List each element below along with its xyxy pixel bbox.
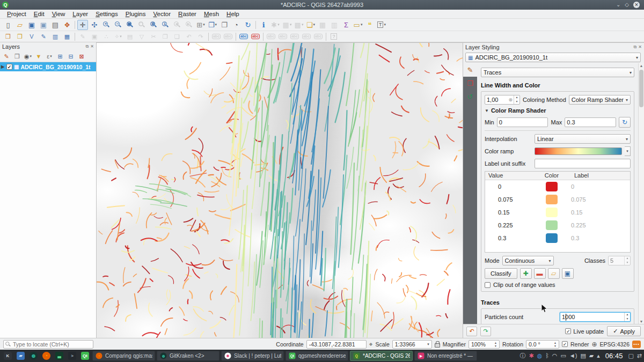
color-swatch[interactable] <box>546 195 558 204</box>
color-map-table[interactable]: Value Color Label 000.0750.0750.150.150.… <box>485 171 631 253</box>
statistical-summary-icon[interactable]: Σ <box>341 20 352 30</box>
task-firefox[interactable]: ◔Comparing qgis:mast... <box>92 351 155 361</box>
classify-button[interactable]: Classify <box>485 268 517 279</box>
measure-icon[interactable]: ▭▾ <box>353 20 363 30</box>
temporal-controller-icon[interactable]: ◔ <box>231 20 241 30</box>
render-checkbox[interactable]: ✓ <box>562 341 568 347</box>
color-ramp-dropdown-icon[interactable]: ▾ <box>625 146 631 156</box>
symbology-tab[interactable]: ✎ <box>463 63 477 77</box>
particles-count-input[interactable]: 1000 ▲▼ <box>560 312 631 322</box>
menu-settings[interactable]: Settings <box>92 10 122 18</box>
locator-search[interactable] <box>3 340 93 349</box>
color-map-row[interactable]: 0.2250.225 <box>485 219 630 232</box>
new-geojson-layer-icon[interactable]: ✎ <box>38 32 49 42</box>
magnifier-input[interactable]: 100% ▲▼ <box>469 340 500 349</box>
kde-menu-icon[interactable]: K <box>2 351 13 361</box>
task-qgis[interactable]: Q*ADCIRC - QGIS 26427... <box>350 351 413 361</box>
notifications-icon[interactable]: ⓘ <box>519 353 525 359</box>
spin-down-icon[interactable]: ▼ <box>514 100 519 104</box>
bluetooth-icon[interactable]: ᛒ <box>545 353 549 359</box>
remove-value-button[interactable]: ▬ <box>534 268 546 279</box>
task-qtcreator[interactable]: Qtqgsmeshrenderersetti... <box>286 351 348 361</box>
coloring-method-select[interactable]: Color Ramp Shader ▾ <box>569 95 631 105</box>
classes-input[interactable]: 5 ▲▼ <box>608 256 631 265</box>
scrollbar-thumb[interactable] <box>639 70 643 107</box>
label-unit-suffix-input[interactable] <box>535 159 631 168</box>
3d-symbology-tab[interactable]: ❒ <box>463 77 477 90</box>
open-project-icon[interactable]: ▱ <box>14 20 25 30</box>
task-gitkraken[interactable]: ◍GitKraken <2> <box>157 351 219 361</box>
zoom-to-layer-icon[interactable]: ≣ <box>148 20 159 30</box>
file-manager-icon[interactable]: ▰ <box>15 351 26 361</box>
history-tab[interactable]: ↺ <box>463 90 477 104</box>
refresh-map-icon[interactable]: ↻ <box>243 20 253 30</box>
color-map-row[interactable]: 0.150.15 <box>485 206 630 219</box>
new-virtual-layer-icon[interactable]: ▥ <box>50 32 61 42</box>
system-monitor-icon[interactable]: ▃ <box>54 351 65 361</box>
clear-icon[interactable]: ⊗ <box>508 97 514 102</box>
close-styling-panel-icon[interactable]: ✕ <box>638 45 642 50</box>
labeling-toolbar-icon[interactable]: abc <box>238 32 249 42</box>
apply-button[interactable]: ✓ Apply <box>607 326 641 336</box>
minimize-button[interactable]: ⌄ <box>616 2 620 8</box>
map-tips-icon[interactable]: ❝ <box>364 20 375 30</box>
color-map-row[interactable]: 0.30.3 <box>485 232 630 245</box>
coordinate-value[interactable]: -43.1087,-22.8381 <box>306 340 367 349</box>
locator-input[interactable] <box>3 340 93 349</box>
datasource-manager-icon[interactable]: ❒ <box>3 32 13 42</box>
mesh-group-select[interactable]: Traces ▾ <box>481 68 634 77</box>
open-layer-styling-icon[interactable]: ✎ <box>2 52 11 61</box>
line-width-input[interactable]: 1,00 ⊗ ▲▼ <box>485 95 520 105</box>
show-desktop-icon[interactable]: ▢ <box>628 353 633 359</box>
color-swatch[interactable] <box>546 233 558 243</box>
crs-value[interactable]: EPSG:4326 <box>600 341 630 348</box>
new-geopackage-layer-icon[interactable]: ❒ <box>14 32 25 42</box>
lock-scale-icon[interactable] <box>435 343 440 348</box>
redo-style-button[interactable]: ↷ <box>480 327 491 336</box>
max-input[interactable]: 0.3 <box>565 117 616 127</box>
color-swatch[interactable] <box>546 220 558 230</box>
scroll-down-icon[interactable]: ▼ <box>639 320 644 323</box>
mode-select[interactable]: Continuous ▾ <box>502 256 554 265</box>
spin-up-icon[interactable]: ▲ <box>625 313 630 317</box>
interpolation-select[interactable]: Linear ▾ <box>535 134 631 144</box>
menu-help[interactable]: Help <box>223 10 243 18</box>
identify-features-icon[interactable]: ℹ <box>258 20 269 30</box>
coordinate-toggle-icon[interactable]: ⌖ <box>369 341 373 348</box>
scale-select[interactable]: 1:33966▾ <box>392 340 432 349</box>
add-value-button[interactable]: ✚ <box>520 268 532 279</box>
volume-icon[interactable]: ◄) <box>569 353 577 359</box>
zoom-full-extent-icon[interactable]: ▣ <box>125 20 135 30</box>
live-update-checkbox[interactable]: ✓ <box>565 328 571 334</box>
reload-min-max-button[interactable]: ↻ <box>619 117 631 128</box>
layer-visibility-checkbox[interactable]: ✓ <box>6 64 12 70</box>
new-mesh-layer-icon[interactable]: ▦ <box>62 32 72 42</box>
new-shapefile-layer-icon[interactable]: V <box>26 32 37 42</box>
qt-creator-launcher-icon[interactable]: Qt <box>79 351 91 361</box>
filter-expression-icon[interactable]: ε▾ <box>45 52 54 61</box>
manage-map-themes-icon[interactable]: ◉▾ <box>23 52 33 61</box>
expand-tray-icon[interactable]: ▴ <box>597 353 600 359</box>
color-ramp-shader-header[interactable]: ▼ Color Ramp Shader <box>485 107 631 114</box>
styling-layer-select[interactable]: ▦ ADCIRC_BG_20190910_1t ▾ <box>465 53 641 62</box>
save-project-as-icon[interactable]: ▣ <box>38 20 49 30</box>
add-group-icon[interactable]: ❒ <box>12 52 22 61</box>
color-manager-icon[interactable]: ✱ <box>529 353 533 359</box>
pager-icon[interactable]: ⇄ <box>637 353 642 359</box>
text-annotation-icon[interactable]: T▾ <box>376 20 387 30</box>
maximize-button[interactable]: ◇ <box>625 2 629 8</box>
display-icon[interactable]: ▭ <box>560 353 566 359</box>
menu-view[interactable]: View <box>48 10 69 18</box>
close-panel-icon[interactable]: ✕ <box>90 44 94 49</box>
print-layout-icon[interactable]: ▤ <box>50 20 61 30</box>
menu-layer[interactable]: Layer <box>69 10 92 18</box>
filter-legend-icon[interactable]: ▼ <box>34 52 43 61</box>
color-swatch[interactable] <box>546 208 558 217</box>
menu-plugins[interactable]: Plugins <box>122 10 150 18</box>
zoom-in-icon[interactable]: + <box>101 20 112 30</box>
color-ramp-preview[interactable] <box>535 147 622 155</box>
styling-scrollbar[interactable]: ▲ ▼ <box>638 63 644 324</box>
menu-vector[interactable]: Vector <box>149 10 174 18</box>
map-canvas[interactable] <box>97 42 463 338</box>
load-color-map-button[interactable]: ▱ <box>548 268 560 279</box>
